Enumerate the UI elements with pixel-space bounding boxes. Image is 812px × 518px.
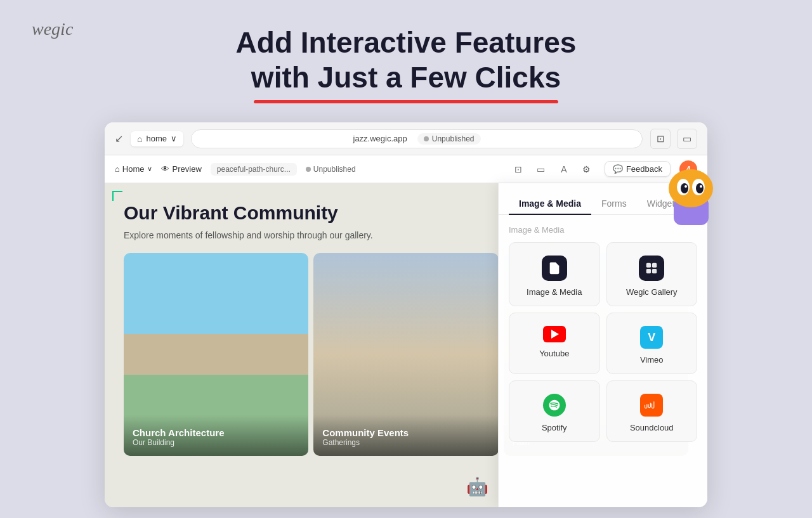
wegic-gallery-icon: [639, 256, 664, 281]
browser-mockup: ↙ ⌂ home ∨ jazz.wegic.app Unpublished ⊡ …: [105, 122, 707, 507]
gallery-item-1-subtitle: Our Building: [133, 438, 299, 447]
browser-url-bar[interactable]: jazz.wegic.app Unpublished: [191, 129, 643, 148]
panel-overlay: Image & Media Forms Widget Image & Media: [498, 183, 707, 507]
panel-item-image-media-label: Image & Media: [527, 287, 582, 297]
panel-item-youtube[interactable]: Youtube: [509, 313, 600, 374]
svg-point-8: [681, 183, 688, 193]
gallery-item-2[interactable]: Community Events Gatherings: [313, 253, 498, 456]
svg-rect-3: [652, 269, 657, 273]
youtube-icon: [543, 326, 566, 342]
feedback-label: Feedback: [626, 164, 662, 174]
inner-home-label: Home: [122, 164, 145, 174]
hero-line1: Add Interactive Features: [236, 26, 577, 59]
wegic-logo: wegic: [32, 19, 73, 39]
gallery-item-2-overlay: Community Events Gatherings: [313, 415, 498, 456]
browser-icons: ⊡ ▭: [650, 129, 697, 149]
mascot-bottom-emoji: 🤖: [466, 476, 488, 497]
panel-item-youtube-label: Youtube: [539, 349, 569, 358]
panel-items-grid: Image & Media: [509, 242, 697, 442]
svg-rect-1: [652, 263, 657, 268]
inner-url-display: peaceful-path-churc...: [211, 163, 297, 176]
panel-content: Image & Media Image & Media: [499, 215, 707, 461]
inner-toolbar: ⌂ Home ∨ 👁 Preview peaceful-path-churc..…: [105, 155, 707, 183]
hero-heading: Add Interactive Features with Just a Few…: [236, 25, 577, 103]
soundcloud-icon: [640, 394, 663, 417]
browser-tab-home[interactable]: ⌂ home ∨: [131, 131, 183, 146]
panel-item-soundcloud-label: Soundcloud: [630, 423, 674, 432]
home-icon: ⌂: [137, 134, 142, 144]
browser-url-text: jazz.wegic.app: [353, 134, 407, 143]
inner-desktop-icon[interactable]: ⊡: [509, 160, 527, 178]
vimeo-icon: V: [640, 326, 663, 349]
page-background: wegic Add Interactive Features with Just…: [0, 0, 812, 518]
inner-unpublished-dot: [306, 167, 311, 172]
heading-underline: [254, 100, 558, 103]
panel-item-vimeo[interactable]: V Vimeo: [606, 313, 698, 374]
inner-home-chevron: ∨: [147, 165, 152, 173]
inner-preview-label: Preview: [173, 164, 202, 174]
inner-mobile-icon[interactable]: ▭: [532, 160, 550, 178]
panel-item-image-media[interactable]: Image & Media: [509, 242, 600, 306]
unpublished-label: Unpublished: [432, 134, 475, 143]
svg-point-9: [696, 183, 704, 193]
unpublished-dot: [424, 136, 429, 141]
gallery-item-1-title: Church Architecture: [133, 427, 299, 438]
mascot-character: [661, 162, 718, 228]
feedback-icon: 💬: [613, 164, 623, 174]
inner-font-icon[interactable]: A: [555, 160, 573, 178]
unpublished-badge: Unpublished: [417, 133, 481, 145]
svg-point-11: [700, 185, 702, 188]
inner-home-button[interactable]: ⌂ Home ∨: [115, 164, 152, 174]
inner-unpublished-badge: Unpublished: [306, 165, 356, 174]
panel-item-spotify[interactable]: Spotify: [509, 380, 600, 442]
gallery-item-1[interactable]: Church Architecture Our Building: [124, 253, 308, 456]
panel-item-wegic-gallery-label: Wegic Gallery: [626, 287, 678, 297]
inner-toolbar-icons: ⊡ ▭ A ⚙: [509, 160, 596, 178]
panel-item-soundcloud[interactable]: Soundcloud: [606, 380, 698, 442]
browser-chrome: ↙ ⌂ home ∨ jazz.wegic.app Unpublished ⊡ …: [105, 122, 707, 155]
image-media-icon: [542, 256, 567, 281]
svg-point-10: [684, 185, 687, 188]
inner-home-icon: ⌂: [115, 164, 120, 174]
inner-preview-button[interactable]: 👁 Preview: [161, 164, 202, 174]
svg-point-5: [669, 169, 713, 207]
hero-line2: with Just a Few Clicks: [251, 61, 561, 94]
svg-rect-0: [646, 263, 651, 268]
gallery-item-1-overlay: Church Architecture Our Building: [124, 415, 308, 456]
gallery-item-2-subtitle: Gatherings: [322, 438, 489, 447]
inner-unpublished-label: Unpublished: [313, 165, 356, 174]
selection-handle-tl: [112, 191, 122, 201]
gallery-item-2-title: Community Events: [322, 427, 489, 438]
browser-back-icon[interactable]: ↙: [115, 133, 123, 145]
panel-tab-image-media[interactable]: Image & Media: [509, 193, 591, 215]
panel-item-vimeo-label: Vimeo: [640, 355, 664, 365]
desktop-view-button[interactable]: ⊡: [650, 129, 671, 149]
preview-eye-icon: 👁: [161, 164, 169, 174]
browser-tab-chevron: ∨: [171, 134, 177, 143]
editor-area: ⌂ Home ∨ 👁 Preview peaceful-path-churc..…: [105, 155, 707, 507]
browser-tab-home-label: home: [146, 134, 167, 143]
mobile-view-button[interactable]: ▭: [677, 129, 697, 149]
spotify-icon: [543, 394, 566, 417]
panel-item-wegic-gallery[interactable]: Wegic Gallery: [606, 242, 698, 306]
panel-tab-forms[interactable]: Forms: [591, 193, 637, 215]
svg-rect-2: [646, 269, 651, 273]
panel-item-spotify-label: Spotify: [542, 423, 567, 432]
inner-settings-icon[interactable]: ⚙: [578, 160, 596, 178]
